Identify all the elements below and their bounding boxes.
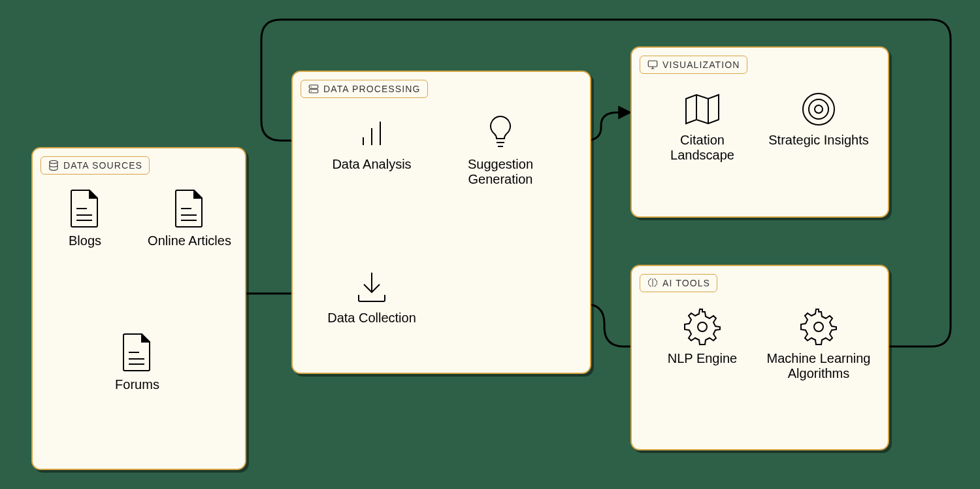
node-label: Online Articles [140,233,238,248]
brain-icon [647,277,659,289]
node-blogs: Blogs [36,188,134,248]
badge-label: VISUALIZATION [662,59,740,70]
node-label: Citation Landscape [650,133,755,163]
svg-point-0 [50,161,57,164]
node-citation-landscape: Citation Landscape [650,87,755,163]
badge-data-processing: DATA PROCESSING [301,80,428,98]
monitor-icon [647,59,659,71]
svg-point-9 [698,322,707,331]
node-label: Suggestion Generation [448,157,553,187]
database-icon [48,160,59,171]
download-icon [353,269,390,305]
lightbulb-icon [484,114,517,152]
document-icon [67,189,103,228]
node-data-collection: Data Collection [323,265,421,326]
badge-data-sources: DATA SOURCES [41,156,150,175]
group-ai-tools: AI TOOLS NLP Engine Machine Learning Alg… [630,265,889,450]
node-label: Data Analysis [323,157,421,172]
document-icon [172,189,207,228]
bar-chart-icon [354,116,389,152]
gear-icon [800,308,838,346]
svg-point-7 [809,99,828,119]
server-icon [308,83,319,95]
node-forums: Forums [88,331,186,392]
node-label: Machine Learning Algorithms [766,351,871,381]
document-icon [120,333,155,372]
node-online-articles: Online Articles [140,188,238,248]
svg-point-4 [311,91,312,92]
map-icon [682,91,723,127]
svg-rect-2 [309,90,318,93]
node-strategic-insights: Strategic Insights [766,87,871,148]
node-label: Blogs [36,233,134,248]
gear-icon [683,308,721,346]
badge-label: DATA PROCESSING [323,84,421,94]
svg-rect-5 [648,61,657,67]
group-visualization: VISUALIZATION Citation Landscape Strateg… [630,46,889,218]
svg-point-10 [814,322,823,331]
node-data-analysis: Data Analysis [323,111,421,172]
node-ml-algorithms: Machine Learning Algorithms [766,305,871,381]
node-label: Forums [88,377,186,392]
svg-point-3 [311,86,312,88]
node-suggestion-generation: Suggestion Generation [448,111,553,187]
node-label: Data Collection [323,311,421,326]
group-data-processing: DATA PROCESSING Data Analysis Suggestion… [291,71,591,374]
node-label: NLP Engine [650,351,755,366]
svg-point-6 [803,93,834,125]
group-data-sources: DATA SOURCES Blogs Online Articles Forum… [31,147,246,470]
node-nlp-engine: NLP Engine [650,305,755,366]
svg-rect-1 [309,85,318,88]
target-icon [800,91,837,127]
node-label: Strategic Insights [766,133,871,148]
badge-label: DATA SOURCES [63,160,142,171]
svg-point-8 [815,105,823,113]
badge-ai-tools: AI TOOLS [640,274,717,292]
badge-visualization: VISUALIZATION [640,56,747,74]
badge-label: AI TOOLS [662,278,710,288]
